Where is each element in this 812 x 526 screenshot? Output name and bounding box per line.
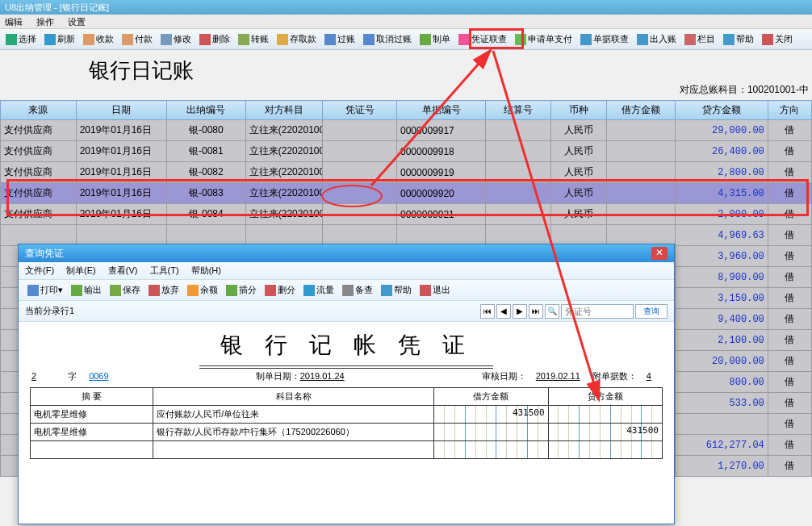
table-row[interactable]: 支付供应商2019年01月16日银-0082立往来(22020100000000… <box>1 162 812 183</box>
tb-edit-button[interactable]: 修改 <box>157 31 195 48</box>
close-icon[interactable]: ✕ <box>651 247 668 260</box>
mtb-export-button[interactable]: 输出 <box>68 282 105 299</box>
voucher-dialog: 查询凭证 ✕ 文件(F) 制单(E) 查看(V) 工具(T) 帮助(H) 打印 … <box>18 244 675 524</box>
tb-pay-button[interactable]: 付款 <box>119 31 156 48</box>
cell-vno <box>323 162 397 183</box>
cell-src <box>1 225 77 246</box>
cols-icon <box>684 34 696 45</box>
amount-cell: 431500 <box>548 424 662 441</box>
mtb-flow-button[interactable]: 流量 <box>300 282 337 299</box>
cell-subj: 立往来(22020100 <box>245 183 323 204</box>
tb-bill-link-button[interactable]: 单据联查 <box>577 31 632 48</box>
amount-value: 431500 <box>626 425 659 436</box>
tb-post-button[interactable]: 过账 <box>321 31 358 48</box>
vcol-header: 借方金额 <box>434 388 548 406</box>
tb-receive-button[interactable]: 收款 <box>80 31 117 48</box>
mtb-balance-button[interactable]: 余额 <box>184 282 221 299</box>
col-header[interactable]: 对方科目 <box>245 101 323 120</box>
cell-dir: 借 <box>768 414 811 435</box>
bill-link-icon <box>580 34 592 45</box>
mtb-delline-button[interactable]: 删分 <box>262 282 299 299</box>
amount-value: 431500 <box>513 407 545 418</box>
cell-subj <box>245 225 323 246</box>
mtb-help-button[interactable]: 帮助 <box>378 282 415 299</box>
cell-cr: 9,400.00 <box>676 309 768 330</box>
cell-cr: 26,400.00 <box>676 141 768 162</box>
attach-value: 4 <box>647 371 651 381</box>
search-button[interactable]: 查询 <box>635 304 668 319</box>
nav-next-icon[interactable]: ▶ <box>513 304 527 319</box>
col-header[interactable]: 日期 <box>76 101 166 120</box>
tb-select-label: 选择 <box>19 33 36 45</box>
cell-dir: 借 <box>768 435 811 456</box>
tb-pay-label: 付款 <box>135 33 153 45</box>
title-bar: U8出纳管理 - [银行日记账] <box>0 0 812 15</box>
dialog-titlebar[interactable]: 查询凭证 ✕ <box>19 244 674 262</box>
dmenu-view[interactable]: 查看(V) <box>108 265 138 275</box>
tb-unpost-button[interactable]: 取消过账 <box>360 31 415 48</box>
tb-receive-label: 收款 <box>96 33 114 45</box>
voucher-title-underline <box>199 365 493 366</box>
menu-operate[interactable]: 操作 <box>36 17 54 27</box>
table-row[interactable]: 支付供应商2019年01月16日银-0084立往来(22020100000000… <box>1 204 812 225</box>
audit-date-label: 审核日期： <box>482 371 526 381</box>
tb-make-button[interactable]: 制单 <box>416 31 454 48</box>
mtb-insert-button[interactable]: 插分 <box>223 282 260 299</box>
mtb-abandon-button[interactable]: 放弃 <box>145 282 182 299</box>
dmenu-tool[interactable]: 工具(T) <box>150 265 179 275</box>
col-header[interactable]: 出纳编号 <box>166 101 245 120</box>
col-header[interactable]: 来源 <box>1 101 77 120</box>
col-header[interactable]: 凭证号 <box>323 101 397 120</box>
dmenu-file[interactable]: 文件(F) <box>25 265 54 275</box>
cell-dr <box>607 120 676 141</box>
table-row[interactable]: 支付供应商2019年01月16日银-0081立往来(22020100000000… <box>1 141 812 162</box>
dmenu-make[interactable]: 制单(E) <box>66 265 96 275</box>
tb-voucher-link-button[interactable]: 凭证联查 <box>455 31 510 48</box>
tb-bill-link-label: 单据联查 <box>593 33 629 45</box>
col-header[interactable]: 单据编号 <box>397 101 486 120</box>
tb-close-button[interactable]: 关闭 <box>759 31 796 48</box>
cell-dr <box>607 162 676 183</box>
dialog-nav: 当前分录行1 ⏮ ◀ ▶ ⏭ 🔍 查询 <box>19 301 674 322</box>
table-row[interactable]: 4,969.63借 <box>1 225 812 246</box>
cell-date: 2019年01月16日 <box>76 141 166 162</box>
nav-first-icon[interactable]: ⏮ <box>480 304 495 319</box>
cell-vno <box>323 141 397 162</box>
voucher-header: 2 字 0069 制单日期：2019.01.24 审核日期：2019.02.11… <box>30 370 663 387</box>
col-header[interactable]: 借方金额 <box>607 101 676 120</box>
mtb-note-button[interactable]: 备查 <box>339 282 376 299</box>
nav-prev-icon[interactable]: ◀ <box>496 304 511 319</box>
col-header[interactable]: 币种 <box>551 101 607 120</box>
col-header[interactable]: 结算号 <box>486 101 551 120</box>
nav-last-icon[interactable]: ⏭ <box>529 304 543 319</box>
tb-cols-button[interactable]: 栏目 <box>681 31 718 48</box>
menu-edit[interactable]: 编辑 <box>5 17 23 27</box>
tb-in-button[interactable]: 出入账 <box>634 31 680 48</box>
tb-apply-pay-button[interactable]: 申请单支付 <box>512 31 576 48</box>
tb-refresh-button[interactable]: 刷新 <box>41 31 78 48</box>
tb-make-label: 制单 <box>433 33 450 45</box>
tb-help-button[interactable]: 帮助 <box>720 31 757 48</box>
table-row[interactable]: 支付供应商2019年01月16日银-0083立往来(22020100000000… <box>1 183 812 204</box>
search-icon[interactable]: 🔍 <box>545 304 559 319</box>
cell-bill: 0000009918 <box>397 141 486 162</box>
table-row[interactable]: 支付供应商2019年01月16日银-0080立往来(22020100000000… <box>1 120 812 141</box>
tb-cash-label: 存取款 <box>290 33 316 45</box>
word-label: 字 <box>68 371 77 381</box>
menu-settings[interactable]: 设置 <box>68 17 86 27</box>
tb-transfer-button[interactable]: 转账 <box>235 31 272 48</box>
vcol-header: 科目名称 <box>153 388 434 406</box>
cell-no: 银-0084 <box>166 204 245 225</box>
col-header[interactable]: 方向 <box>768 101 811 120</box>
mtb-print-button[interactable]: 打印 ▾ <box>24 282 66 299</box>
voucher-search-input[interactable] <box>561 304 634 319</box>
tb-delete-button[interactable]: 删除 <box>196 31 233 48</box>
summary-cell <box>31 441 153 459</box>
tb-cash-button[interactable]: 存取款 <box>274 31 320 48</box>
mtb-exit-button[interactable]: 退出 <box>416 282 454 299</box>
cell-dir: 借 <box>768 372 811 393</box>
dmenu-help[interactable]: 帮助(H) <box>191 265 221 275</box>
mtb-save-button[interactable]: 保存 <box>107 282 144 299</box>
tb-select-button[interactable]: 选择 <box>2 31 40 48</box>
col-header[interactable]: 贷方金额 <box>676 101 768 120</box>
